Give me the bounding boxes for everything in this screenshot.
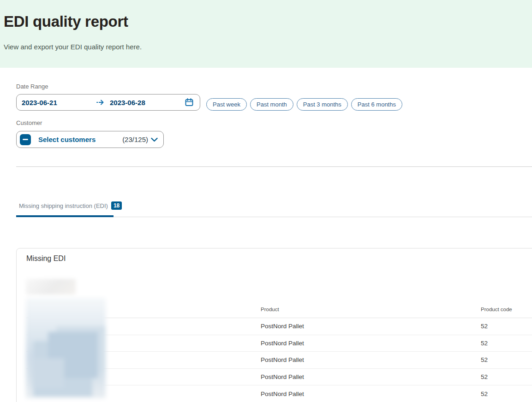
product-cell: PostNord Pallet [254,385,474,402]
active-tab-underline [16,215,114,217]
product-cell: PostNord Pallet [254,369,474,385]
page-subtitle: View and export your EDI quality report … [4,43,142,51]
tab-missing-shipping-instruction[interactable]: Missing shipping instruction (EDI) 18 [19,201,122,210]
column-header-product-code: Product code [474,301,532,318]
arrow-right-icon [93,99,108,106]
tab-count-badge: 18 [111,201,122,210]
redaction-blur [32,358,64,388]
past-week-button[interactable]: Past week [206,98,247,111]
redacted-chip [26,279,76,295]
minus-icon [23,139,28,140]
product-cell: PostNord Pallet [254,352,474,368]
customer-label: Customer [16,119,42,126]
quick-range-buttons: Past week Past month Past 3 months Past … [206,98,402,111]
product-cell: PostNord Pallet [254,318,474,335]
calendar-icon[interactable] [185,98,193,106]
customer-select-value: Select customers [38,136,96,143]
end-date-input[interactable]: 2023-06-28 [110,99,145,106]
tab-label: Missing shipping instruction (EDI) [19,202,108,209]
customer-select-dropdown[interactable]: Select customers (23/125) [16,131,164,148]
card-title: Missing EDI [26,254,66,263]
missing-edi-card: Missing EDI Shipment item Product Produc… [16,248,532,402]
past-month-button[interactable]: Past month [250,98,293,111]
section-divider [16,166,532,167]
past-6-months-button[interactable]: Past 6 months [351,98,402,111]
page-header: EDI quality report View and export your … [0,0,532,68]
chevron-down-icon [151,137,158,142]
product-code-cell: 52 [474,352,532,368]
date-range-picker[interactable]: 2023-06-21 2023-06-28 [16,94,200,111]
redacted-shipment-items-overlay [26,298,106,398]
product-code-cell: 52 [474,318,532,335]
edi-quality-report-page: EDI quality report View and export your … [0,0,532,402]
page-title: EDI quality report [4,13,128,30]
product-code-cell: 52 [474,385,532,402]
past-3-months-button[interactable]: Past 3 months [297,98,348,111]
product-code-cell: 52 [474,335,532,352]
indeterminate-checkbox[interactable] [20,134,31,145]
product-code-cell: 52 [474,369,532,385]
start-date-input[interactable]: 2023-06-21 [22,99,93,106]
product-cell: PostNord Pallet [254,335,474,352]
date-range-label: Date Range [16,83,48,90]
customer-selected-count: (23/125) [122,136,148,143]
column-header-product: Product [254,301,474,318]
